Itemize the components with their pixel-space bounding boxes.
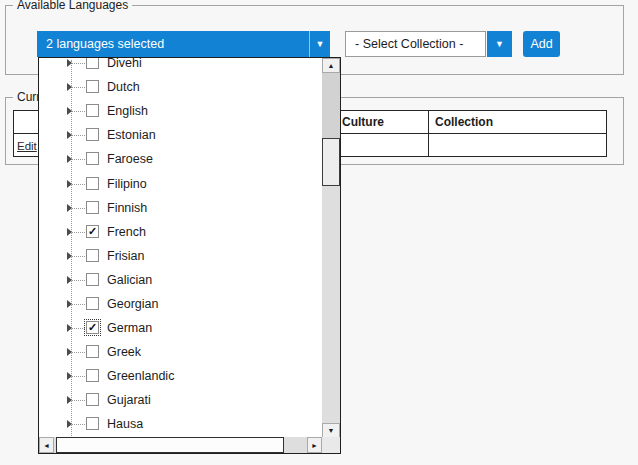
language-checkbox[interactable] (86, 369, 99, 382)
expand-arrow-icon[interactable] (67, 372, 72, 380)
language-checkbox[interactable] (86, 273, 99, 286)
tree-connector-stub (72, 232, 85, 233)
language-label: Hausa (107, 417, 143, 431)
expand-arrow-icon[interactable] (67, 324, 72, 332)
language-checkbox[interactable]: ✓ (86, 321, 99, 334)
language-label: Galician (107, 273, 152, 287)
language-label: Greek (107, 345, 141, 359)
language-tree-item[interactable]: Divehi (39, 58, 322, 75)
language-tree-item[interactable]: ✓French (39, 220, 322, 244)
expand-arrow-icon[interactable] (67, 228, 72, 236)
vertical-scroll-thumb[interactable] (322, 138, 340, 186)
language-tree: DivehiDutchEnglishEstonianFaroeseFilipin… (39, 58, 322, 438)
language-tree-item[interactable]: ✓German (39, 316, 322, 340)
expand-arrow-icon[interactable] (67, 180, 72, 188)
language-checkbox[interactable] (86, 201, 99, 214)
language-tree-item[interactable]: English (39, 99, 322, 123)
scroll-right-arrow-icon[interactable]: ► (307, 437, 322, 453)
language-checkbox[interactable] (86, 58, 99, 69)
language-checkbox[interactable] (86, 297, 99, 310)
language-tree-item[interactable]: Greek (39, 340, 322, 364)
table-header-collection: Collection (429, 111, 606, 133)
expand-arrow-icon[interactable] (67, 83, 72, 91)
language-tree-item[interactable]: Estonian (39, 123, 322, 147)
chevron-down-icon[interactable]: ▼ (309, 31, 330, 57)
language-checkbox[interactable] (86, 417, 99, 430)
settings-page: Available Languages 2 languages selected… (0, 0, 638, 465)
language-checkbox[interactable] (86, 393, 99, 406)
expand-arrow-icon[interactable] (67, 155, 72, 163)
scroll-left-arrow-icon[interactable]: ◄ (39, 437, 54, 453)
language-label: Estonian (107, 128, 156, 142)
tree-connector-stub (72, 328, 85, 329)
tree-connector-stub (72, 159, 85, 160)
language-tree-item[interactable]: Hausa (39, 412, 322, 436)
tree-connector-stub (72, 184, 85, 185)
language-checkbox[interactable] (86, 128, 99, 141)
language-tree-item[interactable]: Greenlandic (39, 364, 322, 388)
language-label: Gujarati (107, 393, 151, 407)
tree-connector-stub (72, 352, 85, 353)
scroll-down-arrow-icon[interactable]: ▼ (322, 423, 340, 438)
collection-select[interactable]: - Select Collection - (345, 31, 486, 57)
language-label: English (107, 104, 148, 118)
tree-connector-stub (72, 63, 85, 64)
add-button[interactable]: Add (523, 31, 560, 57)
language-checkbox[interactable] (86, 345, 99, 358)
language-tree-item[interactable]: Finnish (39, 196, 322, 220)
expand-arrow-icon[interactable] (67, 300, 72, 308)
language-tree-item[interactable]: Georgian (39, 292, 322, 316)
language-tree-item[interactable]: Filipino (39, 171, 322, 195)
vertical-scroll-track[interactable] (322, 73, 340, 138)
languages-selected-summary: 2 languages selected (37, 37, 309, 51)
expand-arrow-icon[interactable] (67, 348, 72, 356)
language-label: Filipino (107, 177, 147, 191)
tree-connector-stub (72, 304, 85, 305)
language-label: Greenlandic (107, 369, 174, 383)
expand-arrow-icon[interactable] (67, 204, 72, 212)
language-tree-item[interactable]: Frisian (39, 244, 322, 268)
language-tree-item[interactable]: Faroese (39, 147, 322, 171)
edit-link[interactable]: Edit (17, 140, 37, 152)
collection-chevron-down-icon[interactable]: ▼ (487, 31, 512, 57)
scroll-up-arrow-icon[interactable]: ▲ (322, 58, 340, 73)
expand-arrow-icon[interactable] (67, 420, 72, 428)
language-tree-item[interactable]: Gujarati (39, 388, 322, 412)
expand-arrow-icon[interactable] (67, 396, 72, 404)
language-tree-item[interactable]: Dutch (39, 75, 322, 99)
tree-connector-stub (72, 111, 85, 112)
expand-arrow-icon[interactable] (67, 131, 72, 139)
tree-connector-stub (72, 280, 85, 281)
scrollbar-corner (322, 437, 340, 453)
language-checkbox[interactable] (86, 104, 99, 117)
available-languages-title: Available Languages (13, 0, 132, 12)
expand-arrow-icon[interactable] (67, 252, 72, 260)
tree-connector-stub (72, 256, 85, 257)
tree-connector-stub (72, 424, 85, 425)
language-checkbox[interactable] (86, 80, 99, 93)
expand-arrow-icon[interactable] (67, 59, 72, 67)
table-cell-culture (336, 134, 429, 157)
language-label: Dutch (107, 80, 140, 94)
tree-connector-stub (72, 376, 85, 377)
languages-multiselect-combo[interactable]: 2 languages selected ▼ (37, 31, 330, 57)
table-header-culture: Culture (336, 111, 429, 133)
language-checkbox[interactable] (86, 177, 99, 190)
vertical-scrollbar[interactable]: ▲ ▼ (322, 58, 340, 438)
tree-connector-stub (72, 208, 85, 209)
language-checkbox[interactable] (86, 152, 99, 165)
language-label: Divehi (107, 58, 142, 70)
tree-connector-stub (72, 400, 85, 401)
horizontal-scrollbar[interactable]: ◄ ► (39, 437, 322, 453)
expand-arrow-icon[interactable] (67, 276, 72, 284)
language-label: Georgian (107, 297, 158, 311)
language-dropdown-panel: DivehiDutchEnglishEstonianFaroeseFilipin… (38, 57, 341, 454)
language-checkbox[interactable] (86, 249, 99, 262)
expand-arrow-icon[interactable] (67, 107, 72, 115)
language-label: Finnish (107, 201, 147, 215)
collection-select-value: - Select Collection - (346, 37, 463, 51)
language-label: German (107, 321, 152, 335)
language-checkbox[interactable]: ✓ (86, 225, 99, 238)
horizontal-scroll-thumb[interactable] (56, 437, 284, 453)
language-tree-item[interactable]: Galician (39, 268, 322, 292)
